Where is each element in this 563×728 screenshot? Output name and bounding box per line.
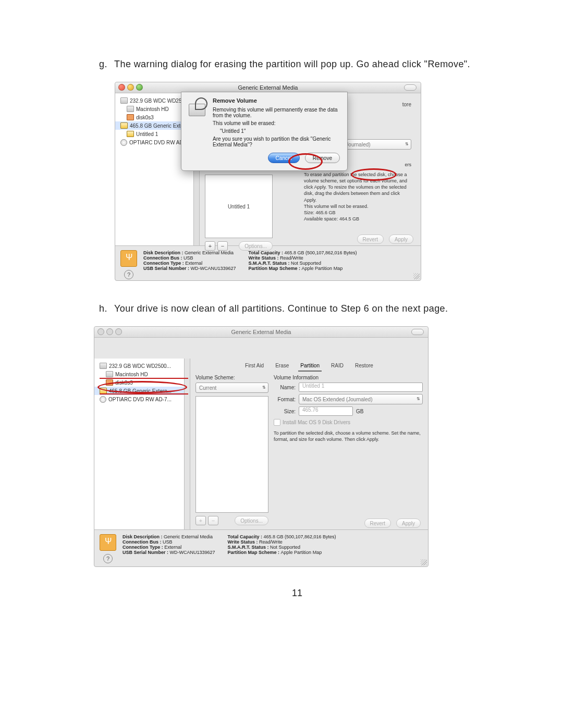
volume-scheme-select[interactable]: Current ⇅ (195, 382, 268, 393)
minimize-icon[interactable] (127, 84, 134, 91)
hdd-y-icon (120, 122, 128, 129)
instruction-g-letter: g. (99, 57, 112, 71)
document-page: g. The warning dialog for erasing the pa… (0, 0, 563, 620)
size-input[interactable]: 465.76 (299, 406, 353, 416)
footer-right-col: Total Capacity : 465.8 GB (500,107,862,0… (228, 534, 336, 555)
revert-button[interactable]: Revert (357, 235, 384, 244)
tab-restore-frag[interactable]: tore (402, 102, 411, 107)
zoom-icon[interactable] (115, 328, 122, 335)
sidebar-item[interactable]: Macintosh HD (94, 370, 184, 378)
options-button[interactable]: Options... (235, 516, 268, 525)
footer-left-col: Disk Description : Generic External Medi… (123, 534, 215, 555)
cancel-button[interactable]: Cancel (268, 153, 300, 163)
window-title: Generic External Media (238, 84, 298, 91)
help-icon[interactable]: ? (103, 554, 113, 563)
footer-left-col: Disk Description : Generic External Medi… (143, 250, 236, 271)
description-text: To erase and partition the selected disk… (304, 171, 413, 222)
footer-line: Total Capacity : 465.8 GB (500,107,862,0… (228, 534, 336, 539)
cd-icon (120, 139, 127, 146)
tab-first-aid[interactable]: First Aid (243, 362, 266, 372)
volume-scheme-value: Current (199, 385, 216, 391)
usb-drive-icon (120, 250, 137, 267)
titlebar[interactable]: Generic External Media (94, 327, 428, 338)
resize-handle-icon[interactable] (421, 559, 427, 565)
usb-drive-icon (100, 534, 116, 551)
instruction-g-text: The warning dialog for erasing the parti… (114, 59, 470, 69)
add-partition-button[interactable]: + (205, 241, 215, 251)
traffic-lights[interactable] (97, 328, 122, 335)
close-icon[interactable] (118, 84, 125, 91)
revert-button[interactable]: Revert (364, 519, 391, 528)
instruction-g: g. The warning dialog for erasing the pa… (99, 57, 495, 71)
tabs[interactable]: First AidErasePartitionRAIDRestore (190, 359, 428, 372)
footer-line: Disk Description : Generic External Medi… (123, 534, 215, 539)
footer-line: Write Status : Read/Write (249, 255, 357, 261)
hdd-y-icon (127, 131, 134, 137)
remove-volume-sheet: Remove Volume Removing this volume will … (181, 92, 348, 171)
chevron-updown-icon: ⇅ (417, 397, 420, 401)
sidebar-item-label: Macintosh HD (136, 106, 169, 112)
options-button[interactable]: Options... (239, 241, 273, 251)
sidebar-item-label: 232.9 GB WDC WD2500... (109, 363, 171, 369)
format-label: Format: (274, 397, 296, 402)
footer-right-col: Total Capacity : 465.8 GB (500,107,862,0… (249, 250, 357, 271)
close-icon[interactable] (97, 328, 104, 335)
footer-line: Partition Map Scheme : Apple Partition M… (228, 550, 336, 555)
sheet-line-2: This volume will be erased: (213, 120, 340, 126)
footer-line: Total Capacity : 465.8 GB (500,107,862,0… (249, 250, 357, 255)
checkbox-icon[interactable] (274, 419, 280, 426)
apply-button[interactable]: Apply (389, 235, 413, 244)
toolbar-toggle[interactable] (404, 84, 417, 91)
tab-frag: tore (402, 98, 411, 107)
tab-partition[interactable]: Partition (298, 362, 322, 372)
remove-partition-button[interactable]: − (217, 241, 228, 251)
label-icon (127, 114, 134, 120)
format-value: Mac OS Extended (Journaled) (302, 397, 373, 402)
apply-button[interactable]: Apply (396, 519, 421, 528)
footer-line: Write Status : Read/Write (228, 539, 336, 545)
footer-line: S.M.A.R.T. Status : Not Supported (249, 261, 357, 266)
sidebar-item-label: 465.8 GB Generic Exte (130, 123, 183, 129)
name-label: Name: (274, 385, 296, 390)
disk-utility-window: Generic External Media 232.9 GB WDC WD25… (115, 82, 421, 281)
content-area: First AidErasePartitionRAIDRestore Volum… (190, 359, 428, 529)
help-icon[interactable]: ? (124, 270, 133, 279)
divider[interactable] (185, 359, 190, 529)
zoom-icon[interactable] (136, 84, 143, 91)
footer-line: Connection Bus : USB (143, 255, 236, 261)
toolbar-toggle[interactable] (411, 329, 424, 335)
disk-utility-icon (189, 97, 207, 116)
traffic-lights[interactable] (118, 84, 143, 91)
sheet-line-3: "Untitled 1" (213, 128, 340, 134)
resize-handle-icon[interactable] (413, 273, 420, 279)
sidebar-item[interactable]: 232.9 GB WDC WD2500... (94, 362, 184, 370)
name-input[interactable]: Untitled 1 (299, 382, 423, 392)
volume-info-label: Volume Information (274, 375, 423, 380)
os9-drivers-checkbox-row[interactable]: Install Mac OS 9 Disk Drivers (274, 419, 423, 426)
minimize-icon[interactable] (106, 328, 113, 335)
format-select[interactable]: Mac OS Extended (Journaled) ⇅ (299, 394, 423, 404)
hdd-icon (106, 371, 113, 377)
sidebar-item[interactable]: OPTIARC DVD RW AD-7... (94, 395, 184, 404)
tab-restore[interactable]: Restore (353, 362, 375, 372)
disk-info-footer: ? Disk Description : Generic External Me… (115, 245, 421, 285)
hdd-icon (120, 97, 128, 104)
remove-button[interactable]: Remove (305, 153, 340, 163)
sidebar-item-label: 232.9 GB WDC WD250 (130, 98, 185, 104)
sidebar-item-label: Macintosh HD (115, 372, 148, 377)
partition-map[interactable]: Untitled 1 (205, 175, 273, 238)
format-value-frag: (Journaled) (344, 142, 371, 147)
partition-map[interactable] (195, 396, 268, 513)
tab-raid[interactable]: RAID (329, 362, 346, 372)
tab-erase[interactable]: Erase (273, 362, 291, 372)
volume-scheme-label: Volume Scheme: (195, 375, 268, 380)
remove-partition-button[interactable]: − (208, 516, 218, 525)
size-label: Size: (274, 409, 296, 414)
sheet-title: Remove Volume (213, 97, 340, 104)
format-select-frag[interactable]: (Journaled) ⇅ (340, 139, 411, 150)
footer-line: Connection Bus : USB (123, 539, 215, 545)
footer-line: USB Serial Number : WD-WCANU1339627 (123, 550, 215, 555)
size-unit: GB (356, 409, 363, 414)
sidebar-item-label: OPTIARC DVD RW AD-7... (108, 397, 172, 402)
add-partition-button[interactable]: + (195, 516, 206, 525)
